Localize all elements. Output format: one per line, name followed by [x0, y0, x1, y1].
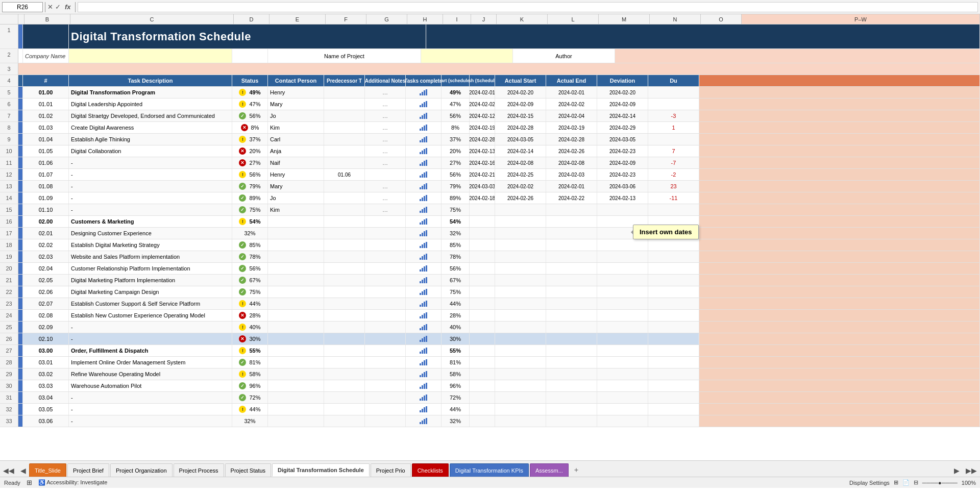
actual-end: [597, 275, 648, 286]
display-settings[interactable]: Display Settings: [849, 480, 890, 486]
task-status: ✓ 81%: [232, 357, 268, 368]
task-description[interactable]: -: [69, 333, 232, 344]
tab-project-process[interactable]: Project Process: [174, 463, 224, 477]
tab-add-sheet[interactable]: ＋: [570, 463, 583, 477]
tab-checklists[interactable]: Checklists: [412, 463, 449, 477]
gantt-area: [699, 145, 980, 157]
actual-end: [597, 322, 648, 333]
task-description[interactable]: Establish Customer Support & Self Servic…: [69, 298, 232, 309]
tab-nav-left[interactable]: ◀◀: [0, 464, 17, 477]
actual-start: [546, 404, 597, 415]
table-row: 22 02.06 Digital Marketing Campaign Desi…: [0, 286, 980, 298]
scheduled-start: 2024-02-28: [470, 134, 495, 145]
tab-nav-right[interactable]: ▶: [951, 464, 963, 477]
task-description[interactable]: Customers & Marketing: [69, 216, 232, 227]
task-description[interactable]: Digital Collaboration: [69, 145, 232, 157]
task-description[interactable]: Designing Customer Experience: [69, 228, 232, 239]
task-id: 01.05: [23, 145, 69, 157]
pct2: 96%: [442, 380, 470, 391]
formula-input[interactable]: =IF(OR(AND(R$4+1<=$L26,R$4+1<=$J26,R$4+1…: [78, 2, 978, 12]
formula-cancel-icon[interactable]: ✕: [47, 3, 53, 11]
task-description[interactable]: Digital Leadership Appointed: [69, 98, 232, 110]
tab-project-status[interactable]: Project Status: [225, 463, 271, 477]
accessibility-icon[interactable]: ♿ Accessibility: Investigate: [38, 479, 108, 486]
tab-digital-transformation-schedule[interactable]: Digital Transformation Schedule: [272, 463, 370, 477]
task-status: ✓ 56%: [232, 110, 268, 121]
task-description[interactable]: -: [69, 192, 232, 204]
pct2: 56%: [442, 169, 470, 180]
cell-reference-box[interactable]: R26: [2, 2, 43, 12]
tab-nav-prev[interactable]: ◀: [17, 464, 29, 477]
additional-notes: …: [365, 157, 406, 168]
gantt-area: [699, 87, 980, 98]
task-description[interactable]: Digital Marketing Platform Implementatio…: [69, 275, 232, 286]
bar-chart-cell: [406, 404, 442, 415]
mini-bar-chart: [420, 101, 427, 107]
pct2: 47%: [442, 98, 470, 110]
task-description[interactable]: -: [69, 181, 232, 192]
grid-view-icon[interactable]: ⊞: [894, 479, 898, 486]
tab-title-slide[interactable]: Title_Slide: [29, 463, 66, 477]
task-description[interactable]: Warehouse Automation Pilot: [69, 380, 232, 391]
tab-digital-transformation-kpis[interactable]: Digital Transformation KPIs: [450, 463, 529, 477]
table-row: 11 01.06 - ✕ 27% Naif … 27% 2024-02-16 2…: [0, 157, 980, 169]
task-description[interactable]: Website and Sales Platform implementatio…: [69, 251, 232, 262]
task-description[interactable]: Digital Transformation Program: [69, 87, 232, 98]
row-company: 2 Company Name Name of Project Author: [0, 49, 980, 63]
status-green-icon: ✓: [239, 253, 246, 260]
task-description[interactable]: -: [69, 322, 232, 333]
actual-end: 2024-02-09: [597, 157, 648, 168]
additional-notes: [365, 357, 406, 368]
task-description[interactable]: Create Digital Awareness: [69, 122, 232, 133]
gantt-area: [699, 251, 980, 262]
task-description[interactable]: Establish New Customer Experience Operat…: [69, 310, 232, 321]
task-status: ! 55%: [232, 345, 268, 356]
mini-bar-chart: [420, 230, 427, 236]
scheduled-finish: [495, 216, 546, 227]
deviation: [648, 275, 699, 286]
task-description[interactable]: Refine Warehouse Operating Model: [69, 368, 232, 380]
task-description[interactable]: Establish Digital Marketing Strategy: [69, 239, 232, 251]
pct2: 55%: [442, 345, 470, 356]
task-description[interactable]: -: [69, 157, 232, 168]
task-description[interactable]: -: [69, 204, 232, 215]
formula-accept-icon[interactable]: ✓: [55, 3, 61, 11]
tab-nav-last[interactable]: ▶▶: [963, 464, 980, 477]
tab-project-brief[interactable]: Project Brief: [67, 463, 109, 477]
contact-person: Jo: [268, 192, 324, 204]
predecessor: [324, 145, 365, 157]
zoom-slider[interactable]: ────●────: [922, 480, 958, 486]
mini-bar-chart: [420, 171, 427, 178]
status-green-icon: ✓: [239, 183, 246, 190]
task-description[interactable]: Implement Online Order Management System: [69, 357, 232, 368]
status-green-icon: ✓: [239, 288, 246, 295]
task-description[interactable]: Customer Relationship Platform Implement…: [69, 263, 232, 274]
task-description[interactable]: Order, Fulfillment & Dispatch: [69, 345, 232, 356]
task-description[interactable]: Digital Straetgy Developed, Endorsed and…: [69, 110, 232, 121]
task-description[interactable]: -: [69, 392, 232, 403]
scheduled-start: 2024-02-13: [470, 145, 495, 157]
task-description[interactable]: -: [69, 169, 232, 180]
task-description[interactable]: -: [69, 404, 232, 415]
additional-notes: …: [365, 145, 406, 157]
table-row: 18 02.02 Establish Digital Marketing Str…: [0, 239, 980, 251]
status-green-icon: ✓: [239, 359, 246, 366]
status-yellow-icon: !: [239, 218, 246, 225]
deviation: [648, 333, 699, 344]
task-description[interactable]: -: [69, 415, 232, 427]
page-layout-icon[interactable]: 📄: [902, 479, 910, 486]
tab-project-organization[interactable]: Project Organization: [110, 463, 173, 477]
additional-notes: [365, 392, 406, 403]
table-row: 33 03.06 - 32% 32%: [0, 415, 980, 427]
predecessor: [324, 122, 365, 133]
actual-end: [597, 404, 648, 415]
task-description[interactable]: Establish Agile Thinking: [69, 134, 232, 145]
task-id: 02.09: [23, 322, 69, 333]
gantt-area: [699, 263, 980, 274]
task-status: ✕ 8%: [232, 122, 268, 133]
deviation: -7: [648, 157, 699, 168]
page-break-icon[interactable]: ⊟: [914, 479, 918, 486]
tab-project-prio[interactable]: Project Prio: [371, 463, 411, 477]
tab-assessm[interactable]: Assessm...: [530, 463, 569, 477]
task-description[interactable]: Digital Marketing Campaign Design: [69, 286, 232, 298]
